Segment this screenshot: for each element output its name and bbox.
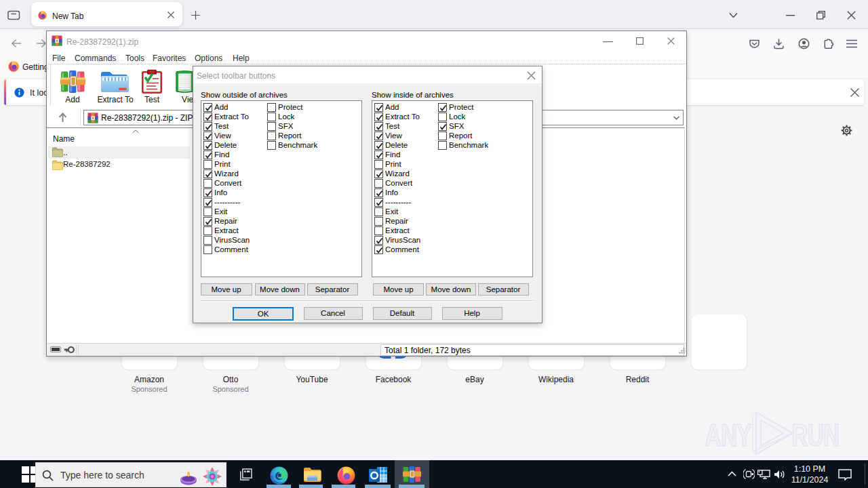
svg-text:RUN: RUN xyxy=(791,417,839,453)
svg-text:ANY: ANY xyxy=(705,417,752,453)
